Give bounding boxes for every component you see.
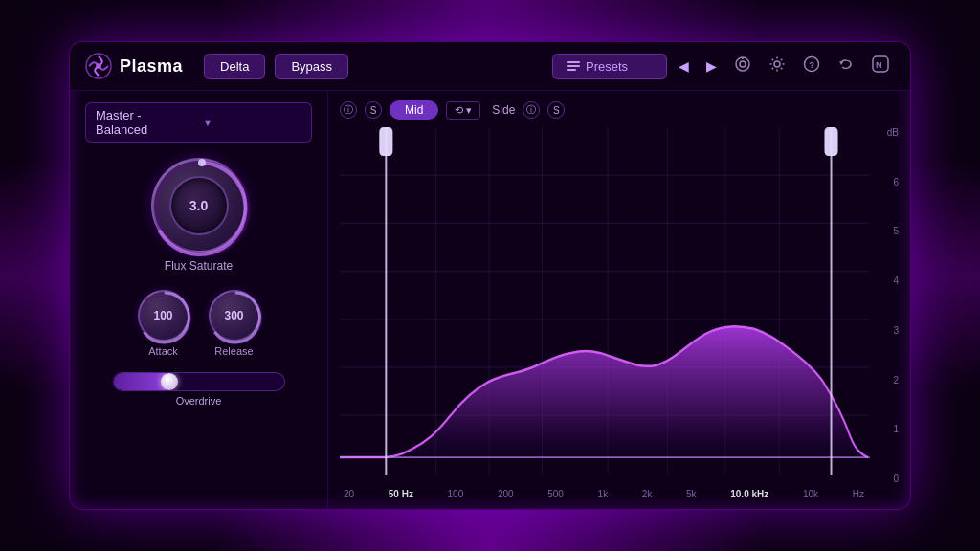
svg-rect-38 <box>824 127 837 156</box>
preset-next-button[interactable]: ▶ <box>701 55 723 77</box>
chevron-down-icon: ▼ <box>203 117 302 128</box>
attack-knob-arc <box>137 289 194 346</box>
side-info-button[interactable]: ⓘ <box>523 101 540 119</box>
brand-n-button[interactable]: N <box>866 52 895 80</box>
settings-button[interactable] <box>763 52 791 80</box>
release-knob[interactable]: 300 <box>209 290 260 342</box>
svg-rect-36 <box>379 127 392 156</box>
main-content: Master - Balanced ▼ <box>70 91 910 509</box>
loop-icon <box>734 55 751 73</box>
link-icon: ⟲ <box>455 104 463 117</box>
mid-side-controls: ⓘ S Mid ⟲ ▾ Side ⓘ S <box>340 100 899 120</box>
knob-arc-svg <box>150 157 254 260</box>
release-group: 300 Release <box>209 290 260 357</box>
eq-svg <box>340 127 899 499</box>
attack-knob[interactable]: 100 <box>138 290 189 342</box>
svg-point-5 <box>736 57 749 71</box>
eq-display: 20 50 Hz 100 200 500 1k 2k 5k 10.0 kHz 1… <box>340 127 899 499</box>
logo-area: Plasma <box>85 53 183 79</box>
svg-point-15 <box>198 159 206 166</box>
freq-labels: 20 50 Hz 100 200 500 1k 2k 5k 10.0 kHz 1… <box>340 489 868 499</box>
undo-button[interactable] <box>832 52 860 80</box>
overdrive-thumb <box>161 373 178 390</box>
plasma-logo-icon <box>85 53 112 79</box>
mid-s-button[interactable]: S <box>365 101 382 119</box>
help-icon: ? <box>803 55 820 73</box>
svg-text:?: ? <box>810 60 815 70</box>
preset-prev-button[interactable]: ◀ <box>673 55 695 77</box>
help-button[interactable]: ? <box>797 52 826 80</box>
link-button[interactable]: ⟲ ▾ <box>446 101 480 120</box>
bypass-button[interactable]: Bypass <box>275 54 348 79</box>
svg-rect-2 <box>567 61 580 63</box>
brand-n-icon: N <box>872 55 889 73</box>
mid-info-button[interactable]: ⓘ <box>340 101 357 119</box>
gear-icon <box>768 55 786 73</box>
svg-point-1 <box>96 63 101 69</box>
presets-area: Presets ◀ ▶ <box>552 52 895 80</box>
svg-point-6 <box>740 61 746 67</box>
plugin-window: Plasma Delta Bypass Presets ◀ ▶ <box>69 41 911 510</box>
release-knob-arc <box>208 289 265 346</box>
svg-text:N: N <box>876 60 882 70</box>
mid-button[interactable]: Mid <box>390 100 438 120</box>
presets-button[interactable]: Presets <box>552 54 667 79</box>
app-name: Plasma <box>120 56 183 77</box>
svg-rect-4 <box>567 69 576 71</box>
side-s-button[interactable]: S <box>547 101 565 119</box>
flux-saturate-knob[interactable]: 3.0 <box>151 158 247 253</box>
undo-icon <box>837 55 855 73</box>
svg-point-8 <box>774 61 780 67</box>
chevron-small-icon: ▾ <box>466 104 472 117</box>
outer-background: Plasma Delta Bypass Presets ◀ ▶ <box>0 0 980 551</box>
presets-list-icon <box>567 61 580 71</box>
svg-rect-3 <box>567 65 580 67</box>
loop-button[interactable] <box>728 52 757 80</box>
preset-selector[interactable]: Master - Balanced ▼ <box>85 102 312 143</box>
overdrive-slider[interactable] <box>113 372 285 391</box>
left-panel: Master - Balanced ▼ <box>70 91 328 509</box>
overdrive-area: Overdrive <box>85 372 312 407</box>
header: Plasma Delta Bypass Presets ◀ ▶ <box>70 42 910 91</box>
side-label: Side <box>492 103 515 117</box>
delta-button[interactable]: Delta <box>204 54 265 79</box>
flux-saturate-knob-container: 3.0 Flux Saturate <box>85 158 312 273</box>
attack-release-group: 100 Attack 300 Release <box>85 290 312 357</box>
attack-group: 100 Attack <box>138 290 189 357</box>
right-panel: ⓘ S Mid ⟲ ▾ Side ⓘ S <box>328 91 910 509</box>
db-labels: dB 6 5 4 3 2 1 0 <box>870 127 899 484</box>
